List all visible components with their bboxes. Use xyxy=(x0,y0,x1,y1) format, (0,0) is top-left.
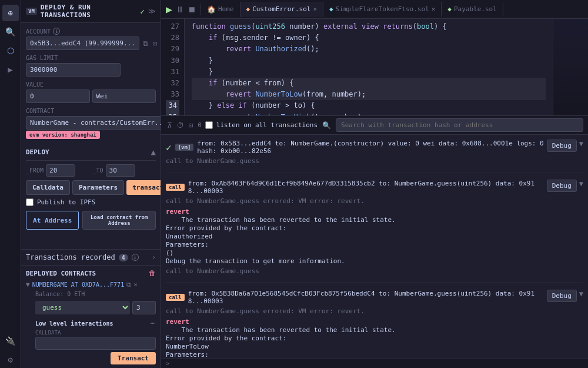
tx-recorded-info-icon[interactable]: ℹ xyxy=(132,254,139,261)
tx-log: ✓ [vm] from: 0x5B3...eddC4 to: NumberGam… xyxy=(161,135,588,359)
transact-btn[interactable]: transact xyxy=(126,180,161,195)
left-panel: VM DEPLOY & RUN TRANSACTIONS ✓ ≫ ACCOUNT… xyxy=(21,0,161,368)
value-input-row: Wei xyxy=(26,89,156,103)
tab-payable[interactable]: ◆ Payable.sol xyxy=(442,2,503,16)
close-contract-icon[interactable]: × xyxy=(133,281,138,289)
run-play-btn[interactable]: ▶ xyxy=(165,4,173,15)
contract-select[interactable]: NumberGame - contracts/CustomErr... xyxy=(26,116,161,130)
contract-expand-icon[interactable]: ▼ xyxy=(26,281,30,289)
at-address-btn[interactable]: At Address xyxy=(26,211,79,230)
contract-label: CONTRACT xyxy=(26,108,156,114)
load-contract-btn[interactable]: Load contract from Address xyxy=(82,211,156,230)
error-line-3-1: The transaction has been reverted to the… xyxy=(166,326,583,334)
account-select[interactable]: 0x5B3...eddC4 (99.999999... xyxy=(26,37,139,50)
to-field: _TO xyxy=(93,164,156,177)
tab-bar: ▶ ⏸ ⏹ 🏠 Home ◆ CustomError.sol × ◆ Simpl… xyxy=(161,0,588,19)
tx-header-3-left: call from: 0x5B38Da6a701e568545dCfcB03Fc… xyxy=(166,290,547,305)
sidebar-icon-run[interactable]: ▶ xyxy=(2,61,19,78)
calldata-label: CALLDATA xyxy=(35,330,156,336)
value-input[interactable] xyxy=(26,89,90,103)
sidebar-icon-search[interactable]: 🔍 xyxy=(2,24,19,40)
contract-item: ▼ NUMBERGAME AT 0XD7A...F771 ⧉ × xyxy=(26,281,156,289)
deployed-header: Deployed Contracts 🗑 xyxy=(26,269,156,277)
sidebar-icon-home[interactable]: ⊕ xyxy=(2,5,19,21)
method-arg-input[interactable] xyxy=(132,301,156,314)
revert-label-2: revert xyxy=(166,208,189,216)
sidebar-icon-plugins[interactable]: 🔌 xyxy=(2,333,19,349)
error-line-3-4: Parameters: xyxy=(166,351,583,359)
tx-expand-3[interactable]: ▼ xyxy=(579,290,583,298)
tx-header-1: ✓ [vm] from: 0x5B3...eddC4 to: NumberGam… xyxy=(166,140,583,155)
expand-btn[interactable]: ≫ xyxy=(148,7,156,15)
from-field: _FROM xyxy=(26,164,89,177)
sidebar-icon-blockchain[interactable]: ⬡ xyxy=(2,42,19,59)
bottom-prompt: > xyxy=(166,360,169,367)
tx-header-2: call from: 0xAb8403F64d9C6d1Ecf9b849Ae67… xyxy=(166,180,583,195)
copy-account-icon[interactable]: ⧉ xyxy=(142,38,149,49)
stop-icon[interactable]: ⊡ xyxy=(188,120,194,131)
gas-limit-label: GAS LIMIT xyxy=(26,55,156,61)
tab-simple-flare[interactable]: ◆ SimpleFlareTokenFtso.sol × xyxy=(323,2,442,16)
run-stop-btn[interactable]: ⏹ xyxy=(186,4,197,15)
at-address-row: At Address Load contract from Address xyxy=(26,211,156,230)
to-input[interactable] xyxy=(106,164,135,177)
copy-contract-icon[interactable]: ⧉ xyxy=(126,281,131,289)
tx-info-2: from: 0xAb8403F64d9C6d1Ecf9b849Ae677dD33… xyxy=(188,180,547,195)
error-line-2-1: The transaction has been reverted to the… xyxy=(166,216,583,224)
sidebar-icon-settings[interactable]: ⚙ xyxy=(2,352,19,368)
gas-limit-input[interactable] xyxy=(26,63,121,77)
debug-btn-2[interactable]: Debug xyxy=(547,180,577,192)
tx-header-3: call from: 0x5B38Da6a701e568545dCfcB03Fc… xyxy=(166,290,583,305)
method-select[interactable]: guess xyxy=(35,301,130,314)
transactions-recorded-label: Transactions recorded xyxy=(26,253,115,261)
tx-entry-3: call from: 0x5B38Da6a701e568545dCfcB03Fc… xyxy=(166,290,583,359)
from-label: _FROM xyxy=(26,167,44,174)
contract-name: NUMBERGAME AT 0XD7A...F771 xyxy=(32,281,125,288)
panel-header: VM DEPLOY & RUN TRANSACTIONS ✓ ≫ xyxy=(21,0,161,23)
debug-btn-3[interactable]: Debug xyxy=(547,290,577,302)
clock-icon[interactable]: ⏱ xyxy=(176,120,185,131)
parameters-btn[interactable]: Parameters xyxy=(72,180,124,195)
tab-simple-flare-label: SimpleFlareTokenFtso.sol xyxy=(336,5,429,13)
tx-call-name-3: call to NumberGame.guess errored: VM err… xyxy=(166,307,583,315)
run-pause-btn[interactable]: ⏸ xyxy=(175,4,185,15)
debug-btn-1[interactable]: Debug xyxy=(547,140,577,152)
deployed-title: Deployed Contracts xyxy=(26,270,96,277)
close-custom-error-tab-icon[interactable]: × xyxy=(313,5,317,13)
calldata-btn[interactable]: Calldata xyxy=(26,180,70,195)
low-level-info-icon[interactable]: ⋯ xyxy=(149,318,156,329)
trash-icon[interactable]: 🗑 xyxy=(149,269,156,277)
search-tx-icon[interactable]: 🔍 xyxy=(321,120,332,131)
transact-sm-btn[interactable]: Transact xyxy=(111,352,156,364)
vm-badge: VM xyxy=(26,8,37,15)
transactions-recorded[interactable]: Transactions recorded 4 ℹ › xyxy=(21,249,161,265)
payable-tab-icon: ◆ xyxy=(447,5,452,13)
publish-ipfs-checkbox[interactable] xyxy=(26,198,34,206)
account-info-icon[interactable]: ℹ xyxy=(53,28,60,35)
close-simple-flare-tab-icon[interactable]: × xyxy=(432,5,436,13)
tx-count-display: 0 xyxy=(198,121,202,129)
value-unit-select[interactable]: Wei xyxy=(92,89,156,103)
tx-revert-3: revert The transaction has been reverted… xyxy=(166,317,583,359)
qr-account-icon[interactable]: ⊡ xyxy=(152,38,158,49)
deploy-collapse-btn[interactable]: ▲ xyxy=(151,147,156,157)
calldata-input[interactable] xyxy=(35,337,156,350)
minimap xyxy=(553,19,588,115)
tab-home[interactable]: 🏠 Home xyxy=(201,2,240,17)
deploy-action-buttons: Calldata Parameters transact xyxy=(26,180,156,195)
listen-all-label: listen on all transactions xyxy=(216,121,318,129)
search-tx-input[interactable] xyxy=(336,118,583,132)
listen-all-checkbox[interactable] xyxy=(205,121,213,129)
error-line-2-6: Debug the transaction to get more inform… xyxy=(166,257,583,265)
account-field: ACCOUNT ℹ 0x5B3...eddC4 (99.999999... ⧉ … xyxy=(26,28,156,50)
tab-custom-error[interactable]: ◆ CustomError.sol × xyxy=(240,2,324,17)
tx-expand-2[interactable]: ▼ xyxy=(579,180,583,188)
from-input[interactable] xyxy=(46,164,75,177)
code-content: function guess(uint256 number) external … xyxy=(185,19,553,115)
tx-expand-1[interactable]: ▼ xyxy=(579,140,583,148)
guess-row: guess xyxy=(35,301,156,314)
panel-body: ACCOUNT ℹ 0x5B3...eddC4 (99.999999... ⧉ … xyxy=(21,23,161,249)
scroll-top-icon[interactable]: ⊼ xyxy=(166,120,173,131)
low-level-title: Low level interactions xyxy=(35,320,113,327)
tx-vm-badge-1: [vm] xyxy=(175,144,194,151)
